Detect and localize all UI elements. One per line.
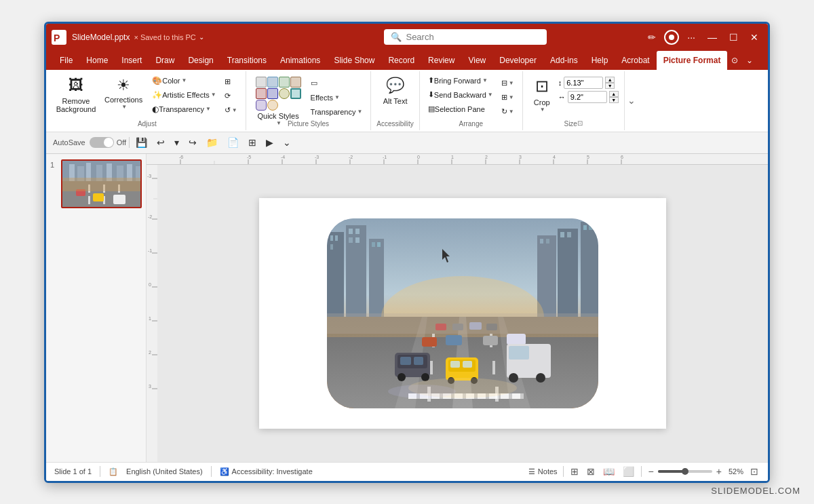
reset-picture-button[interactable]: ↺ ▼ xyxy=(222,104,240,117)
slide-canvas[interactable] xyxy=(157,165,768,462)
zoom-in-button[interactable]: + xyxy=(715,465,723,478)
zoom-percentage[interactable]: 52% xyxy=(729,467,743,476)
svg-rect-88 xyxy=(546,239,549,244)
fit-to-window-button[interactable]: ⊡ xyxy=(749,465,760,478)
svg-text:0: 0 xyxy=(417,155,420,159)
zoom-control[interactable]: − + xyxy=(647,465,723,478)
picture-transparency-button[interactable]: Transparency ▼ xyxy=(308,105,366,119)
open-folder-button[interactable]: 📁 xyxy=(203,136,221,149)
group-button[interactable]: ⊞ ▼ xyxy=(499,91,517,104)
slide-view-icon: 📋 xyxy=(109,467,118,476)
tab-addins[interactable]: Add-ins xyxy=(543,51,585,70)
tab-draw[interactable]: Draw xyxy=(149,51,181,70)
style-cell-2 xyxy=(267,77,278,88)
height-input[interactable] xyxy=(564,77,603,89)
bring-forward-button[interactable]: ⬆ Bring Forward ▼ xyxy=(425,74,496,88)
svg-rect-83 xyxy=(581,222,598,320)
zoom-out-button[interactable]: − xyxy=(647,465,655,478)
change-picture-button[interactable]: ⟳ xyxy=(222,90,240,103)
close-button[interactable]: ✕ xyxy=(746,31,762,44)
ribbon-collapse[interactable]: ⌄ xyxy=(625,71,638,130)
slide-1-thumbnail[interactable] xyxy=(61,159,142,208)
selection-pane-button[interactable]: ▤ Selection Pane xyxy=(425,102,496,116)
tab-view[interactable]: View xyxy=(461,51,492,70)
tab-expand[interactable]: ⊙ xyxy=(727,51,742,70)
search-bar[interactable]: 🔍 xyxy=(384,29,547,45)
tab-animations[interactable]: Animations xyxy=(273,51,327,70)
accessibility-group: 💬 Alt Text Accessibility xyxy=(371,71,419,130)
compress-pictures-button[interactable]: ⊞ xyxy=(222,75,240,89)
undo-button[interactable]: ↩ xyxy=(153,136,168,149)
app-window: P SlideModel.pptx × Saved to this PC ⌄ 🔍… xyxy=(44,22,770,483)
width-input[interactable] xyxy=(568,91,607,103)
tab-record[interactable]: Record xyxy=(381,51,421,70)
remove-background-button[interactable]: 🖼 Remove Background xyxy=(54,74,98,119)
slide-sorter-button[interactable]: ⊠ xyxy=(585,465,596,478)
tab-acrobat[interactable]: Acrobat xyxy=(615,51,656,70)
view-button[interactable]: ⊞ xyxy=(245,136,260,149)
tab-file[interactable]: File xyxy=(53,51,79,70)
slide-1-number: 1 xyxy=(50,159,57,169)
zoom-track[interactable] xyxy=(658,470,712,473)
tab-collapse[interactable]: ⌄ xyxy=(742,51,757,70)
tab-insert[interactable]: Insert xyxy=(115,51,149,70)
tab-transitions[interactable]: Transitions xyxy=(220,51,273,70)
height-up[interactable]: ▲ xyxy=(605,77,615,83)
notes-button[interactable]: ☰ Notes xyxy=(528,467,558,476)
artistic-effects-button[interactable]: ✨ Artistic Effects ▼ xyxy=(149,88,218,102)
reading-view-button[interactable]: 📖 xyxy=(602,465,616,478)
qat-more[interactable]: ⌄ xyxy=(279,136,294,149)
size-group: ⊡ Crop ▼ ↕ ▲ ▼ ↔ xyxy=(523,71,625,130)
color-button[interactable]: 🎨 Color ▼ xyxy=(149,74,218,88)
tab-review[interactable]: Review xyxy=(421,51,461,70)
width-up[interactable]: ▲ xyxy=(609,91,619,97)
pen-button[interactable]: ✏ xyxy=(644,31,660,44)
bring-forward-icon: ⬆ xyxy=(428,76,434,85)
svg-rect-82 xyxy=(567,232,571,237)
picture-effects-button[interactable]: Effects ▼ xyxy=(308,91,366,104)
accessibility-indicator[interactable]: ♿ Accessibility: Investigate xyxy=(220,467,313,476)
ribbon-collapse-icon[interactable]: ⌄ xyxy=(627,95,636,106)
tab-slideshow[interactable]: Slide Show xyxy=(327,51,381,70)
save-button[interactable]: 💾 xyxy=(132,136,151,149)
new-slide-button[interactable]: 📄 xyxy=(224,136,242,149)
corrections-button[interactable]: ☀ Corrections ▼ xyxy=(100,74,147,119)
height-down[interactable]: ▼ xyxy=(605,83,615,89)
slideshow-view-button[interactable]: ⬜ xyxy=(621,465,636,478)
transparency-button[interactable]: ◐ Transparency ▼ xyxy=(149,102,218,116)
height-icon: ↕ xyxy=(558,79,562,87)
width-down[interactable]: ▼ xyxy=(609,97,619,103)
search-input[interactable] xyxy=(406,32,540,42)
maximize-button[interactable]: ☐ xyxy=(725,31,742,44)
record-button[interactable] xyxy=(664,30,679,45)
zoom-thumb[interactable] xyxy=(682,468,689,475)
minimize-button[interactable]: — xyxy=(703,31,721,44)
rotate-button[interactable]: ↻ ▼ xyxy=(499,105,517,119)
tab-picture-format[interactable]: Picture Format xyxy=(657,51,728,70)
undo-dropdown[interactable]: ▾ xyxy=(171,136,182,149)
city-traffic-image[interactable] xyxy=(327,218,598,408)
more-options-button[interactable]: ··· xyxy=(683,31,699,44)
svg-text:6: 6 xyxy=(621,155,623,159)
start-from-beginning[interactable]: ▶ xyxy=(263,136,277,149)
tab-help[interactable]: Help xyxy=(585,51,615,70)
alt-text-button[interactable]: 💬 Alt Text xyxy=(379,74,412,119)
status-right: ☰ Notes ⊞ ⊠ 📖 ⬜ − + 52% ⊡ xyxy=(528,465,760,478)
autosave-toggle[interactable] xyxy=(90,137,114,148)
tab-home[interactable]: Home xyxy=(79,51,115,70)
svg-rect-117 xyxy=(446,335,462,345)
canvas-area: -6 -5 -4 -3 -2 -1 0 1 xyxy=(147,154,768,462)
language-indicator[interactable]: English (United States) xyxy=(126,467,203,476)
normal-view-button[interactable]: ⊞ xyxy=(569,465,580,478)
redo-button[interactable]: ↪ xyxy=(185,136,200,149)
quick-styles-button[interactable]: Quick Styles ▼ xyxy=(252,74,305,119)
size-expand-button[interactable]: ⊡ xyxy=(577,119,583,127)
title-chevron[interactable]: ⌄ xyxy=(199,33,204,41)
send-backward-button[interactable]: ⬇ Send Backward ▼ xyxy=(425,88,496,102)
picture-border-button[interactable]: ▭ xyxy=(308,77,366,90)
align-button[interactable]: ⊟ ▼ xyxy=(499,77,517,90)
tab-design[interactable]: Design xyxy=(181,51,220,70)
horizontal-ruler: -6 -5 -4 -3 -2 -1 0 1 xyxy=(147,154,768,165)
tab-developer[interactable]: Developer xyxy=(492,51,543,70)
crop-button[interactable]: ⊡ Crop ▼ xyxy=(528,74,556,119)
